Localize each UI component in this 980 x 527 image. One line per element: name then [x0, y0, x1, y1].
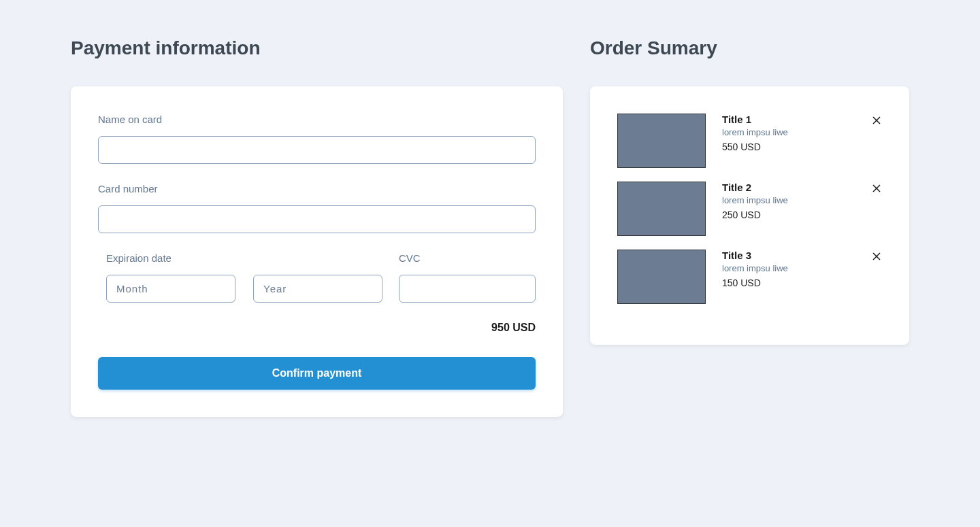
order-item: Title 1 lorem impsu liwe 550 USD	[617, 114, 882, 168]
card-number-input[interactable]	[98, 205, 536, 233]
close-icon	[872, 252, 881, 260]
payment-title: Payment information	[71, 37, 563, 59]
item-description: lorem impsu liwe	[722, 127, 855, 137]
card-number-label: Card number	[98, 183, 536, 194]
item-description: lorem impsu liwe	[722, 263, 855, 273]
name-input[interactable]	[98, 136, 536, 164]
expiration-label: Expiraion date	[106, 252, 382, 264]
summary-card: Title 1 lorem impsu liwe 550 USD Title 2…	[590, 86, 909, 345]
close-icon	[872, 184, 881, 192]
name-label: Name on card	[98, 114, 536, 125]
month-input[interactable]	[106, 275, 235, 303]
item-title: Title 1	[722, 114, 855, 125]
remove-item-button[interactable]	[871, 251, 882, 262]
item-price: 150 USD	[722, 277, 855, 288]
item-price: 550 USD	[722, 141, 855, 152]
item-image-placeholder	[617, 250, 706, 304]
cvc-label: CVC	[399, 252, 536, 264]
item-image-placeholder	[617, 114, 706, 168]
confirm-payment-button[interactable]: Confirm payment	[98, 357, 536, 390]
item-image-placeholder	[617, 182, 706, 236]
order-item: Title 2 lorem impsu liwe 250 USD	[617, 182, 882, 236]
item-price: 250 USD	[722, 209, 855, 220]
remove-item-button[interactable]	[871, 183, 882, 194]
payment-card: Name on card Card number Expiraion date …	[71, 86, 563, 417]
summary-title: Order Sumary	[590, 37, 909, 59]
close-icon	[872, 116, 881, 124]
total-amount: 950 USD	[98, 322, 536, 334]
remove-item-button[interactable]	[871, 115, 882, 126]
item-title: Title 2	[722, 182, 855, 193]
item-title: Title 3	[722, 250, 855, 261]
year-input[interactable]	[253, 275, 382, 303]
item-description: lorem impsu liwe	[722, 195, 855, 205]
order-item: Title 3 lorem impsu liwe 150 USD	[617, 250, 882, 304]
cvc-input[interactable]	[399, 275, 536, 303]
